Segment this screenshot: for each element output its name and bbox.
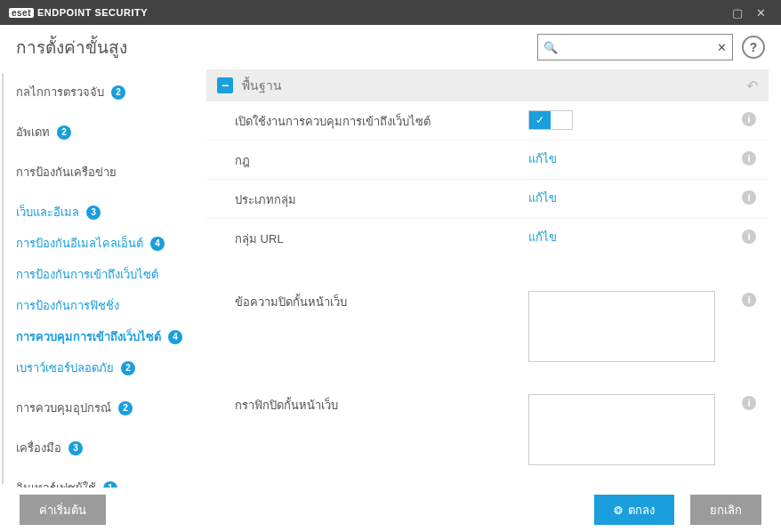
- ok-button[interactable]: ตกลง: [594, 495, 674, 525]
- sidebar-item-7[interactable]: การควบคุมการเข้าถึงเว็บไซต์4: [16, 321, 206, 352]
- sidebar-item-label: การควบคุมอุปกรณ์: [16, 399, 111, 417]
- sidebar-item-label: อัพเดท: [16, 123, 50, 141]
- ok-label: ตกลง: [628, 501, 655, 520]
- info-icon[interactable]: i: [742, 230, 756, 244]
- sidebar-badge: 3: [86, 206, 101, 220]
- sidebar-item-label: อินเทอร์เฟซผู้ใช้: [16, 479, 96, 488]
- edit-link[interactable]: แก้ไข: [528, 152, 557, 165]
- window-maximize-icon[interactable]: ▢: [726, 4, 749, 21]
- textarea-input[interactable]: [528, 394, 715, 465]
- check-icon: ✓: [529, 111, 551, 129]
- sidebar-item-label: การป้องกันการฟิชชิ่ง: [16, 296, 119, 315]
- edit-link[interactable]: แก้ไข: [528, 191, 557, 205]
- sidebar-item-10[interactable]: เครื่องมือ3: [16, 432, 206, 463]
- info-icon[interactable]: i: [742, 190, 756, 205]
- setting-label: กฎ: [235, 149, 528, 170]
- sidebar-item-5[interactable]: การป้องกันการเข้าถึงเว็บไซต์: [16, 259, 206, 290]
- sidebar-badge: 1: [103, 481, 117, 488]
- sidebar-item-2[interactable]: การป้องกันเครือข่าย: [16, 157, 206, 188]
- window-close-icon[interactable]: ✕: [749, 4, 772, 21]
- sidebar-item-label: การควบคุมการเข้าถึงเว็บไซต์: [16, 327, 161, 346]
- setting-row-0: เปิดใช้งานการควบคุมการเข้าถึงเว็บไซต์✓i: [206, 101, 769, 141]
- textarea-row-0: ข้อความปิดกั้นหน้าเว็บi: [206, 275, 769, 378]
- info-icon[interactable]: i: [742, 112, 756, 126]
- search-box[interactable]: 🔍 ✕: [537, 34, 733, 60]
- edit-link[interactable]: แก้ไข: [528, 230, 557, 244]
- setting-row-3: กลุ่ม URLแก้ไขi: [206, 219, 769, 257]
- textarea-label: กราฟิกปิดกั้นหน้าเว็บ: [235, 394, 528, 415]
- sidebar-item-11[interactable]: อินเทอร์เฟซผู้ใช้1: [16, 472, 206, 488]
- info-icon[interactable]: i: [742, 396, 756, 410]
- setting-label: ประเภทกลุ่ม: [235, 189, 528, 209]
- setting-row-1: กฎแก้ไขi: [206, 141, 769, 180]
- undo-icon[interactable]: ↶: [746, 77, 758, 94]
- textarea-row-1: กราฟิกปิดกั้นหน้าเว็บi: [206, 378, 769, 481]
- title-bar: esetENDPOINT SECURITY ▢ ✕: [0, 0, 781, 25]
- sidebar-badge: 2: [57, 125, 71, 140]
- sidebar-item-label: การป้องกันเครือข่าย: [16, 163, 117, 181]
- sidebar-item-6[interactable]: การป้องกันการฟิชชิ่ง: [16, 290, 206, 321]
- sidebar-item-label: กลไกการตรวจจับ: [16, 83, 104, 101]
- setting-row-2: ประเภทกลุ่มแก้ไขi: [206, 180, 769, 219]
- sidebar-badge: 2: [121, 361, 135, 375]
- setting-label: เปิดใช้งานการควบคุมการเข้าถึงเว็บไซต์: [235, 110, 528, 131]
- sidebar-item-4[interactable]: การป้องกันอีเมลไคลเอ็นต์4: [16, 228, 206, 259]
- brand-prefix: eset: [9, 8, 34, 18]
- setting-label: กลุ่ม URL: [235, 228, 528, 248]
- default-button[interactable]: ค่าเริ่มต้น: [20, 495, 106, 525]
- footer: ค่าเริ่มต้น ตกลง ยกเลิก: [0, 488, 781, 532]
- textarea-label: ข้อความปิดกั้นหน้าเว็บ: [235, 291, 528, 311]
- sidebar-badge: 4: [168, 330, 182, 344]
- search-clear-icon[interactable]: ✕: [717, 41, 727, 54]
- search-input[interactable]: [561, 41, 717, 53]
- sidebar-badge: 3: [68, 441, 83, 455]
- brand-text: ENDPOINT SECURITY: [37, 7, 148, 18]
- sidebar-badge: 2: [118, 401, 133, 415]
- section-header: − พื้นฐาน ↶: [206, 69, 769, 101]
- help-button[interactable]: ?: [742, 36, 765, 59]
- sidebar-item-label: เครื่องมือ: [16, 439, 61, 457]
- sidebar-item-label: การป้องกันอีเมลไคลเอ็นต์: [16, 234, 143, 253]
- sidebar-badge: 4: [150, 237, 165, 251]
- sidebar-item-label: การป้องกันการเข้าถึงเว็บไซต์: [16, 265, 158, 284]
- section-title: พื้นฐาน: [242, 76, 746, 95]
- sidebar-item-9[interactable]: การควบคุมอุปกรณ์2: [16, 392, 206, 423]
- cancel-button[interactable]: ยกเลิก: [690, 495, 761, 525]
- info-icon[interactable]: i: [742, 151, 756, 165]
- sidebar-item-label: เว็บและอีเมล: [16, 203, 79, 222]
- content-panel: − พื้นฐาน ↶ เปิดใช้งานการควบคุมการเข้าถึ…: [206, 69, 781, 488]
- app-brand: esetENDPOINT SECURITY: [9, 7, 148, 18]
- sidebar-item-3[interactable]: เว็บและอีเมล3: [16, 197, 206, 228]
- page-title: การตั้งค่าขั้นสูง: [16, 34, 537, 60]
- search-icon: 🔍: [543, 41, 558, 54]
- collapse-icon[interactable]: −: [217, 77, 233, 93]
- info-icon[interactable]: i: [742, 293, 756, 307]
- sidebar-item-0[interactable]: กลไกการตรวจจับ2: [16, 77, 206, 108]
- textarea-input[interactable]: [528, 291, 715, 362]
- sidebar-item-1[interactable]: อัพเดท2: [16, 117, 206, 148]
- sidebar: กลไกการตรวจจับ2อัพเดท2การป้องกันเครือข่า…: [0, 69, 206, 488]
- sidebar-badge: 2: [111, 85, 125, 100]
- sidebar-item-8[interactable]: เบราว์เซอร์ปลอดภัย2: [16, 352, 206, 383]
- sidebar-item-label: เบราว์เซอร์ปลอดภัย: [16, 359, 114, 377]
- top-bar: การตั้งค่าขั้นสูง 🔍 ✕ ?: [0, 25, 781, 69]
- gear-icon: [614, 504, 623, 517]
- toggle-switch[interactable]: ✓: [528, 110, 573, 130]
